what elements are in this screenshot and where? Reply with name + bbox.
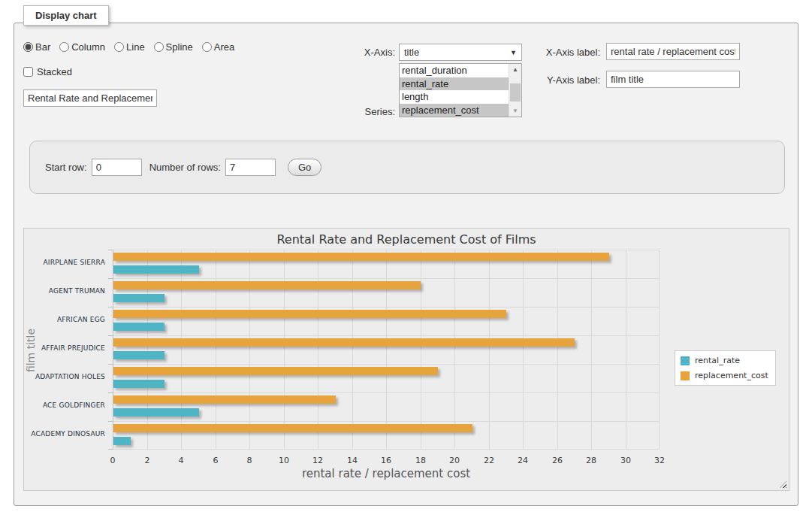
x-axis-label-label: X-Axis label: [506,47,600,58]
num-rows-input[interactable] [225,159,276,176]
gridline-v [352,250,353,450]
bar-rental_rate [113,408,199,417]
gridline-v [421,250,421,450]
legend-entry-rental_rate[interactable]: rental_rate [681,356,768,365]
x-tick-label: 18 [406,456,436,465]
chart-title-input[interactable] [23,89,157,107]
chart-type-radio-area[interactable] [202,42,212,52]
category-label: ACADEMY DINOSAUR [24,430,105,438]
stacked-label: Stacked [37,66,72,77]
go-button[interactable]: Go [288,159,321,176]
chart-type-option-spline: Spline [154,41,193,53]
category-label: AFRICAN EGG [24,316,105,323]
legend-label: rental_rate [695,356,740,365]
panel-title: Display chart [23,5,109,26]
bar-replacement_cost [113,281,421,289]
x-tick-label: 28 [576,456,606,465]
bar-rental_rate [113,323,165,331]
series-listbox[interactable]: rental_durationrental_ratelengthreplacem… [399,63,522,117]
bar-rental_rate [113,265,199,274]
gridline-h [113,335,660,336]
gridline-h [113,278,660,279]
chart-type-option-line: Line [114,41,145,53]
start-row-input[interactable] [92,159,142,176]
gridline-h [113,250,660,250]
bar-rental_rate [113,294,165,302]
x-tick-label: 2 [132,456,162,465]
series-scrollbar[interactable]: ▲ ▼ [509,64,521,117]
bar-replacement_cost [113,395,336,404]
y-axis-label-input[interactable] [606,71,740,88]
x-axis-select[interactable]: title ▼ [399,44,522,61]
x-tick-label: 32 [644,456,675,465]
scroll-up-icon[interactable]: ▲ [509,64,521,75]
stacked-row: Stacked [23,66,72,77]
chart-type-option-area: Area [202,41,234,53]
chart-type-radio-spline[interactable] [154,42,164,52]
x-axis-title: rental rate / replacement cost [113,467,660,480]
x-tick-label: 4 [166,456,196,465]
chart-type-option-column: Column [59,41,105,53]
gridline-h [113,392,660,393]
bar-rental_rate [113,380,165,388]
x-tick-label: 8 [234,456,264,465]
bar-replacement_cost [113,424,472,432]
gridline-v [523,250,524,450]
chart-type-radio-column[interactable] [59,42,69,52]
series-label: Series: [300,106,395,117]
x-tick-label: 12 [303,456,333,465]
gridline-v [454,250,455,450]
series-option-rental_duration[interactable]: rental_duration [400,64,509,77]
gridline-v [249,250,250,450]
x-tick-label: 22 [474,456,504,465]
bar-replacement_cost [113,338,575,347]
category-label: AGENT TRUMAN [24,287,105,295]
gridline-v [489,250,490,450]
x-tick-label: 16 [371,456,401,465]
chart-type-radio-bar[interactable] [23,42,33,52]
y-axis-line [113,250,113,450]
series-option-rental_rate[interactable]: rental_rate [400,77,509,91]
bar-rental_rate [113,351,165,359]
x-tick-label: 24 [508,456,538,465]
chart-type-option-bar: Bar [23,41,50,53]
resize-handle[interactable] [780,481,786,488]
category-label: AIRPLANE SIERRA [24,259,105,266]
series-option-length[interactable]: length [400,90,509,104]
display-chart-panel: Display chart BarColumnLineSplineArea St… [14,23,798,506]
category-label: ADAPTATION HOLES [24,373,105,380]
category-label: AFFAIR PREJUDICE [24,344,105,352]
stacked-checkbox[interactable] [23,67,33,77]
gridline-v [216,250,216,450]
bar-replacement_cost [113,310,506,318]
legend-swatch-rental_rate [681,356,690,365]
num-rows-label: Number of rows: [149,162,221,173]
bar-replacement_cost [113,367,438,375]
chart-type-radio-line[interactable] [114,42,124,52]
bar-rental_rate [113,437,131,445]
legend-entry-replacement_cost[interactable]: replacement_cost [681,371,768,380]
x-axis-select-label: X-Axis: [300,47,395,58]
x-tick-label: 0 [98,456,128,465]
start-row-label: Start row: [45,162,87,173]
scroll-down-icon[interactable]: ▼ [509,105,521,117]
x-tick-label: 30 [611,456,641,465]
plot-area [113,250,660,450]
gridline-v [284,250,285,450]
gridline-v [147,250,148,450]
legend-swatch-replacement_cost [681,371,690,380]
series-option-replacement_cost[interactable]: replacement_cost [400,104,509,117]
gridline-v [557,250,558,450]
scrollbar-thumb[interactable] [510,83,521,101]
gridline-v [386,250,387,450]
gridline-v [659,250,660,450]
x-axis-selected-value: title [404,47,510,58]
chart-container: Rental Rate and Replacement Cost of Film… [23,228,789,491]
x-tick-label: 20 [439,456,469,465]
legend-label: replacement_cost [695,371,768,380]
x-tick-label: 26 [542,456,572,465]
series-options: rental_durationrental_ratelengthreplacem… [400,64,509,117]
x-tick-label: 10 [269,456,299,465]
x-axis-label-input[interactable] [606,43,740,60]
gridline-v [181,250,182,450]
